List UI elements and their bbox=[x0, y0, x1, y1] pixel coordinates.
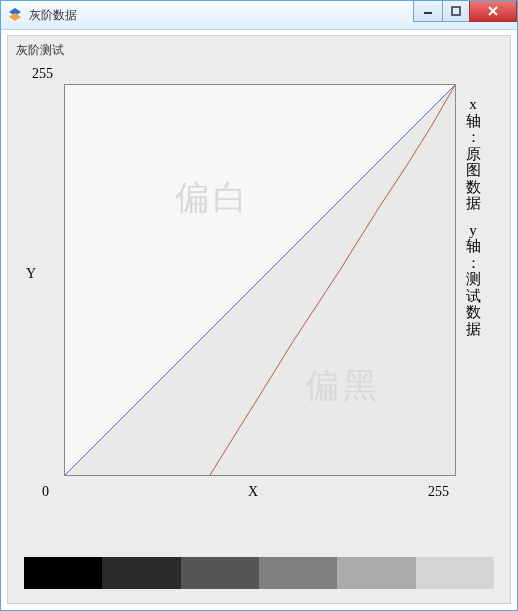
svg-marker-1 bbox=[9, 13, 21, 21]
legend-char: y bbox=[464, 222, 482, 239]
legend-char: x bbox=[464, 96, 482, 113]
gray-step bbox=[24, 557, 102, 589]
x-axis-min: 0 bbox=[42, 484, 49, 500]
grayscale-bar bbox=[24, 557, 494, 589]
close-button[interactable] bbox=[469, 1, 517, 22]
y-axis-label: Y bbox=[26, 266, 36, 282]
gray-step bbox=[337, 557, 415, 589]
legend-char: 数 bbox=[464, 304, 482, 321]
axis-legend: x轴：原图数据y轴：测试数据 bbox=[464, 96, 482, 337]
gray-step bbox=[416, 557, 494, 589]
legend-char: 图 bbox=[464, 162, 482, 179]
gray-step bbox=[181, 557, 259, 589]
legend-char: 试 bbox=[464, 288, 482, 305]
gray-step bbox=[259, 557, 337, 589]
titlebar[interactable]: 灰阶数据 bbox=[1, 1, 517, 30]
legend-char: ： bbox=[464, 129, 482, 146]
svg-rect-3 bbox=[452, 7, 460, 15]
legend-char: 数 bbox=[464, 179, 482, 196]
legend-char: 原 bbox=[464, 146, 482, 163]
client-area: 灰阶测试 255 Y 0 X 255 偏白 偏黑 x轴：原图数据y轴：测试数据 bbox=[7, 35, 511, 604]
chart-svg bbox=[65, 85, 455, 475]
y-axis-max: 255 bbox=[32, 66, 53, 82]
app-icon bbox=[7, 7, 23, 23]
panel-title: 灰阶测试 bbox=[16, 42, 64, 59]
minimize-button[interactable] bbox=[413, 1, 443, 22]
chart-plot: 偏白 偏黑 bbox=[64, 84, 456, 476]
legend-char: 据 bbox=[464, 321, 482, 338]
maximize-button[interactable] bbox=[442, 1, 470, 22]
legend-char: 据 bbox=[464, 195, 482, 212]
legend-char: 轴 bbox=[464, 238, 482, 255]
legend-char: 轴 bbox=[464, 113, 482, 130]
legend-char: 测 bbox=[464, 271, 482, 288]
x-axis-max: 255 bbox=[428, 484, 449, 500]
gray-step bbox=[102, 557, 180, 589]
x-axis-label: X bbox=[248, 484, 258, 500]
legend-char bbox=[464, 212, 482, 222]
app-window: 灰阶数据 灰阶测试 255 Y 0 X 255 bbox=[0, 0, 518, 611]
legend-char: ： bbox=[464, 255, 482, 272]
window-title: 灰阶数据 bbox=[29, 7, 77, 24]
window-controls bbox=[414, 1, 517, 21]
